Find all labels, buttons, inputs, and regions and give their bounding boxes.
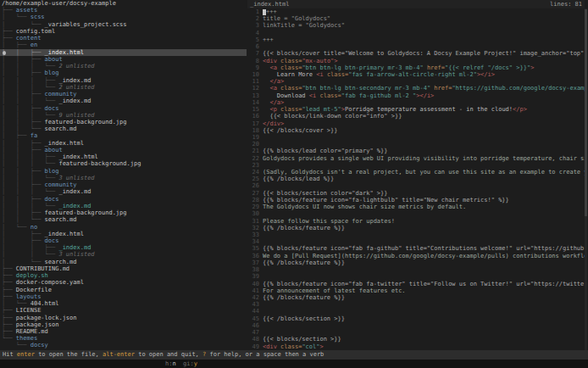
tree-row[interactable]: ├── package-lock.json [0,315,247,321]
tree-row[interactable]: ├── LICENSE [0,307,247,314]
line-content: {{< blocks/link-down color="info" >}} [263,113,402,120]
code-span: Please follow this space for updates! [263,218,395,225]
preview-line: 5+++ [247,36,585,43]
tree-branch-guides: ├── [2,272,16,279]
tree-item-label: blog [45,168,59,175]
preview-scrollbar[interactable] [585,8,587,350]
tree-row[interactable]: │ │ ├── docs [0,196,247,203]
tree-row[interactable]: ├── deploy.sh [0,272,247,279]
code-span: (Sadly, Goldydocs isn't a real project, … [263,169,585,176]
tree-item-label: /home/example-user/docsy-example [2,0,116,7]
file-tree-pane[interactable]: /home/example-user/docsy-example├── asse… [0,0,247,350]
toggle-flags[interactable]: h:n gi:y [165,360,197,368]
line-number: 39 [247,273,263,280]
preview-line: 29The Goldydocs UI now shows chair size … [247,204,585,210]
tree-row[interactable]: │ │ │ └── 2 unlisted [0,84,247,91]
tree-row[interactable]: │ └── 404.html [0,300,247,307]
tree-row[interactable]: ├── config.toml [0,28,247,35]
tree-row[interactable]: │ │ └── search.md [0,125,247,132]
tree-row[interactable]: │ │ └── 3 unlisted [0,251,247,258]
code-span: The Goldydocs UI now shows chair size me… [263,204,466,210]
tree-item-label: 2 unlisted [58,63,94,70]
tree-item-label: CONTRIBUTING.md [16,265,69,272]
tree-row[interactable]: ├── content [0,35,247,42]
tree-row[interactable]: │ │ ├── featured-background.jpg [0,119,247,125]
tree-item-label: docs [45,196,59,203]
tree-row[interactable]: │ └── search.md [0,259,247,265]
tree-item-label: community [45,181,77,188]
tree-row[interactable]: │ │ ├── blog [0,70,247,76]
line-number: 41 [247,287,263,294]
tree-row[interactable]: │ │ ├── docs [0,105,247,112]
tree-row[interactable]: │ ├── docs [0,237,247,244]
preview-line: 17</div> [247,120,585,127]
preview-line: 12 <a class="btn btn-lg btn-secondary mr… [247,85,585,92]
line-number: 23 [247,162,263,169]
tree-row[interactable]: │ │ │ └── 3 unlisted [0,175,247,181]
code-span: {{< /blocks/cover >}} [263,127,338,134]
tree-row[interactable]: │ │ │ ├── _index.html [0,153,247,160]
tree-row[interactable]: │ │ │ └── _index.md [0,188,247,195]
tree-row[interactable]: │ ├── _index.html [0,231,247,237]
tree-row[interactable]: │ ├── fa [0,132,247,139]
tree-row[interactable]: │ │ ├── community [0,181,247,188]
line-content: (Sadly, Goldydocs isn't a real project, … [263,169,585,176]
tree-row[interactable]: │ │ ├── _index.md [0,244,247,251]
line-content: {{< /blocks/section >}} [263,315,345,322]
tree-row[interactable]: ├── package.json [0,321,247,328]
tree-row[interactable]: ├── docker-compose.yaml [0,279,247,286]
tree-row[interactable]: │ └── no [0,224,247,231]
tree-row[interactable]: └── themes [0,335,247,342]
tree-row[interactable]: │ │ │ └── _index.md [0,98,247,104]
line-number: 22 [247,155,263,162]
line-content: {{< /blocks/cover >}} [263,127,338,134]
tree-row[interactable]: ├── assets [0,7,247,14]
preview-line: 28{{% blocks/feature icon="fa-lightbulb"… [247,197,585,204]
tree-row[interactable]: ├── README.md [0,328,247,335]
tree-branch-guides: │ │ │ └── [2,84,58,91]
tree-row[interactable]: │ │ │ └── featured-background.jpg [0,160,247,167]
tree-row[interactable]: │ │ └── search.md [0,216,247,223]
tree-row[interactable]: │ └── _variables_project.scss [0,21,247,28]
tree-row[interactable]: │ │ ├── blog [0,168,247,175]
tree-row[interactable]: │ │ │ └── _index.md [0,203,247,209]
tree-row[interactable]: │ │ ├── featured-background.jpg [0,209,247,216]
tree-row[interactable]: ├── CONTRIBUTING.md [0,265,247,272]
tree-row[interactable]: /home/example-user/docsy-example [0,0,247,7]
tree-row[interactable]: │ │ │ ├── _index.md [0,77,247,84]
tree-item-label: 2 unlisted [58,84,94,91]
tree-row[interactable]: │ │ ├── about [0,147,247,153]
tree-row[interactable]: ├── Dockerfile [0,287,247,293]
tree-item-label: _index.md [58,77,91,84]
tree-row[interactable]: │ │ │ └── 9 unlisted [0,112,247,119]
code-span: "mx-auto" [302,58,334,64]
tree-row[interactable]: │ │ │ └── 2 unlisted [0,63,247,70]
tree-row[interactable]: │ │ ├── about [0,56,247,63]
preview-line: 35{{% blocks/feature icon="fab fa-github… [247,245,585,252]
tree-branch-guides: └── [2,335,16,342]
preview-line: 23 [247,162,585,169]
tree-branch-guides: │ ├── [2,42,31,48]
code-span: <div [263,343,280,350]
tree-item-label: _index.md [58,98,91,104]
tree-branch-guides: ├── [2,35,16,42]
tree-row-selected[interactable]: │ │ ├── _index.html [0,49,247,56]
preview-line: 48{{< blocks/section >}} [247,336,585,343]
tree-row[interactable]: │ │ ├── _index.html [0,140,247,147]
hint-text: to open the file, [35,351,103,358]
line-number: 6 [247,43,263,50]
tree-item-label: docker-compose.yaml [16,279,84,286]
line-content: </div> [263,120,284,127]
tree-row[interactable]: │ └── scss [0,14,247,20]
tree-row[interactable]: ├── layouts [0,293,247,300]
code-span: class= [280,58,302,64]
command-input-bar[interactable]: :e h:n gi:y [0,360,588,368]
flag-value[interactable]: y [194,360,197,367]
tree-row[interactable]: └── docsy [0,342,247,348]
code-span: "fab fa-github ml-2 " [341,92,417,99]
tree-row[interactable]: │ │ ├── community [0,91,247,98]
preview-scrollbar-thumb[interactable] [585,9,587,216]
tree-row[interactable]: │ ├── en [0,42,247,48]
line-content: <div class="mx-auto"> [263,58,338,64]
code-span: +++ [263,36,274,43]
